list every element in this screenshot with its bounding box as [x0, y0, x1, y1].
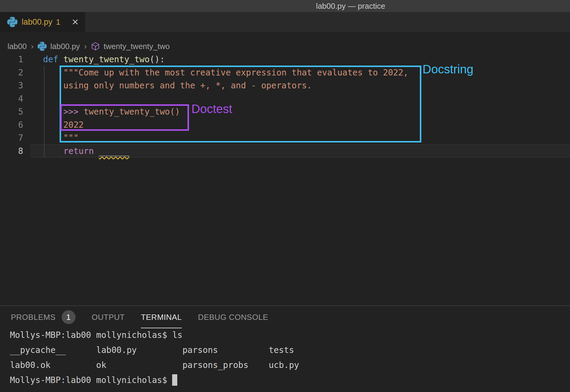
code-line[interactable]: 8 return ______ — [0, 145, 570, 158]
panel-tab-label: PROBLEMS — [11, 313, 56, 322]
breadcrumb-item-lab00py[interactable]: lab00.py — [50, 42, 80, 51]
line-number: 5 — [0, 105, 23, 118]
close-icon[interactable] — [71, 17, 80, 26]
code-token — [43, 146, 63, 156]
code-token: """Come up with the most creative expres… — [63, 68, 408, 78]
tab-filename: lab00.py — [22, 17, 52, 27]
line-number: 2 — [0, 66, 23, 79]
line-number: 4 — [0, 92, 23, 106]
code-token: 2022 — [63, 120, 83, 130]
chevron-right-icon: › — [30, 42, 34, 51]
code-token — [58, 54, 64, 64]
code-token: def — [43, 54, 58, 64]
code-line-content: """ — [23, 131, 79, 145]
terminal-line: __pycache__ lab00.py parsons tests — [10, 343, 570, 358]
code-line[interactable]: 3 using only numbers and the +, *, and -… — [0, 79, 570, 92]
code-token — [43, 68, 63, 78]
terminal-line: lab00.ok ok parsons_probs ucb.py — [10, 358, 570, 373]
breadcrumb-item-lab00[interactable]: lab00 — [8, 42, 27, 51]
code-token: """ — [63, 133, 79, 143]
code-token — [43, 120, 63, 130]
panel-tab-label: TERMINAL — [141, 313, 181, 322]
tab-strip: lab00.py 1 — [0, 12, 570, 32]
terminal[interactable]: Mollys-MBP:lab00 mollynicholas$ ls__pyca… — [10, 328, 570, 388]
terminal-line: Mollys-MBP:lab00 mollynicholas$ — [10, 373, 570, 388]
code-token: >>> — [63, 107, 79, 117]
code-line-content: >>> twenty_twenty_two() — [23, 105, 180, 118]
problems-count-badge: 1 — [62, 310, 76, 324]
panel-tab-debug-console[interactable]: DEBUG CONSOLE — [198, 306, 268, 328]
code-token: (): — [150, 54, 165, 64]
code-line-content: return ______ — [23, 145, 129, 158]
code-token — [43, 81, 63, 90]
terminal-line: Mollys-MBP:lab00 mollynicholas$ ls — [10, 328, 570, 343]
panel-tab-output[interactable]: OUTPUT — [92, 306, 125, 328]
code-line-content: """Come up with the most creative expres… — [23, 66, 408, 79]
line-number: 6 — [0, 118, 23, 132]
code-line[interactable]: 7 """ — [0, 131, 570, 145]
line-number: 3 — [0, 79, 23, 92]
symbol-cube-icon — [91, 42, 100, 51]
code-token: return — [63, 146, 94, 156]
code-line[interactable]: 5 >>> twenty_twenty_two() — [0, 105, 570, 118]
terminal-cursor — [172, 374, 177, 386]
window-title: lab00.py — practice — [316, 2, 385, 11]
code-token: ______ — [99, 146, 129, 156]
editor-area[interactable]: lab00 › lab00.py › twenty_twenty_two 1de… — [0, 32, 570, 305]
code-token — [94, 146, 99, 156]
code-token — [79, 107, 84, 117]
panel-tab-bar: PROBLEMS1OUTPUTTERMINALDEBUG CONSOLE — [0, 306, 570, 328]
code-line-content: 2022 — [23, 118, 84, 132]
code-line[interactable]: 2 """Come up with the most creative expr… — [0, 66, 570, 79]
code-token — [43, 107, 63, 117]
code-lines[interactable]: 1def twenty_twenty_two():2 """Come up wi… — [0, 53, 570, 158]
python-icon — [38, 42, 47, 51]
title-bar: lab00.py — practice — [0, 0, 570, 12]
tab-modified-badge: 1 — [56, 17, 60, 27]
code-line-content: using only numbers and the +, *, and - o… — [23, 79, 312, 92]
docstring-annotation-label: Docstring — [423, 63, 473, 76]
panel-tab-label: OUTPUT — [92, 313, 125, 322]
code-line-content — [23, 92, 43, 106]
code-token: twenty_twenty_two — [63, 54, 150, 64]
line-number: 7 — [0, 131, 23, 145]
python-icon — [7, 17, 17, 27]
bottom-panel: PROBLEMS1OUTPUTTERMINALDEBUG CONSOLE Mol… — [0, 305, 570, 392]
tab-lab00py[interactable]: lab00.py 1 — [0, 12, 85, 32]
panel-tab-problems[interactable]: PROBLEMS1 — [11, 306, 76, 328]
line-number: 1 — [0, 53, 23, 66]
code-token: twenty_twenty_two() — [84, 107, 180, 117]
panel-tab-terminal[interactable]: TERMINAL — [141, 306, 181, 328]
breadcrumb-item-symbol[interactable]: twenty_twenty_two — [104, 42, 170, 51]
code-line[interactable]: 4 — [0, 92, 570, 106]
code-token — [43, 133, 63, 143]
doctest-annotation-label: Doctest — [191, 102, 232, 116]
chevron-right-icon: › — [84, 42, 88, 51]
code-token: using only numbers and the +, *, and - o… — [63, 81, 312, 90]
line-number: 8 — [0, 145, 23, 158]
breadcrumb: lab00 › lab00.py › twenty_twenty_two — [8, 40, 170, 53]
code-line[interactable]: 6 2022 — [0, 118, 570, 132]
code-line-content: def twenty_twenty_two(): — [23, 53, 165, 66]
panel-tab-label: DEBUG CONSOLE — [198, 313, 268, 322]
code-line[interactable]: 1def twenty_twenty_two(): — [0, 53, 570, 66]
